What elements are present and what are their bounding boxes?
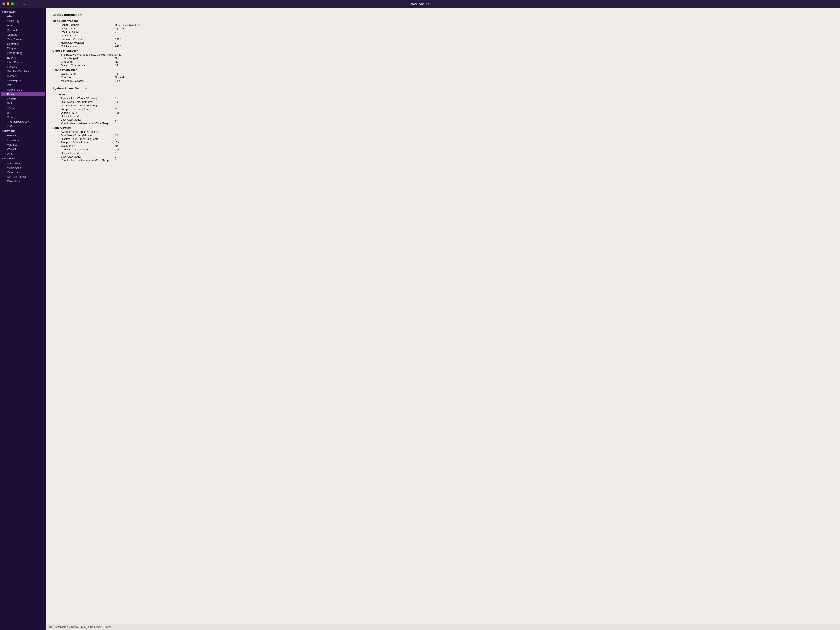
- sidebar-item-printers[interactable]: Printers: [1, 97, 45, 101]
- bp-wake-lan-row: Wake on LAN: No: [52, 144, 833, 148]
- sidebar-item-wifi[interactable]: Wi-Fi: [1, 152, 45, 156]
- hardware-rev-value: 1: [115, 41, 117, 44]
- sidebar-item-camera[interactable]: Camera: [1, 33, 45, 37]
- sidebar-item-memory[interactable]: Memory: [1, 74, 45, 78]
- sidebar-item-audio[interactable]: Audio: [1, 23, 45, 28]
- bp-sleep-power-btn-value: Yes: [115, 141, 119, 144]
- sidebar-item-ata[interactable]: ATA: [1, 14, 45, 19]
- minimize-button[interactable]: [7, 3, 9, 5]
- bp-low-power-value: 1: [115, 155, 117, 158]
- titlebar: core-ba release-. MacBook Pro: [0, 0, 840, 8]
- software-section-header[interactable]: ▾ Software: [0, 156, 46, 161]
- detail-content: Battery Information: Model Information: …: [46, 8, 840, 624]
- bp-disk-sleep-value: 10: [115, 134, 118, 137]
- sidebar-item-graphics-displays[interactable]: Graphics/Displays: [1, 69, 45, 74]
- breadcrumb-text: Kamoliddin's MacBook Pro (3) > Hardware …: [54, 625, 111, 628]
- sidebar-item-diagnostics[interactable]: Diagnostics: [1, 46, 45, 51]
- pcb-lot-value: 0: [115, 34, 117, 37]
- sidebar-item-sata[interactable]: SATA: [1, 106, 45, 110]
- sidebar-item-volumes[interactable]: Volumes: [1, 142, 45, 147]
- ac-sleep-power-btn-row: Sleep on Power Button: Yes: [52, 107, 833, 111]
- below-warning-value: No: [118, 53, 121, 56]
- cell-rev-label: Cell Revision:: [52, 44, 115, 48]
- sidebar-item-apple-pay[interactable]: Apple Pay: [1, 19, 45, 23]
- sidebar-item-spi[interactable]: SPI: [1, 111, 45, 115]
- sidebar-item-fibre-channel[interactable]: Fibre Channel: [1, 60, 45, 65]
- hardware-rev-label: Hardware Revision:: [52, 41, 115, 44]
- sidebar-item-pci[interactable]: PCI: [1, 83, 45, 87]
- ac-wake-lan-row: Wake on LAN: Yes: [52, 111, 833, 114]
- hardware-rev-row: Hardware Revision: 1: [52, 41, 833, 44]
- condition-label: Condition:: [52, 76, 115, 79]
- bp-prioritize-label: PrioritizeNetworkReachabilityOverSleep:: [52, 158, 115, 162]
- sidebar-item-usb[interactable]: USB: [1, 124, 45, 128]
- sidebar-item-developer[interactable]: Developer: [1, 170, 45, 174]
- firmware-label: Firmware Version:: [52, 38, 115, 41]
- sidebar-item-bluetooth[interactable]: Bluetooth: [1, 28, 45, 32]
- main-content: ▾ Hardware ATA Apple Pay Audio Bluetooth…: [0, 8, 840, 630]
- condition-value: Normal: [115, 76, 124, 79]
- fully-charged-label: Fully Charged:: [52, 57, 115, 60]
- ac-low-power-label: LowPowerMode:: [52, 118, 115, 121]
- battery-power-header: Battery Power:: [52, 126, 833, 129]
- close-button[interactable]: [3, 3, 5, 5]
- sidebar-item-firewire[interactable]: FireWire: [1, 65, 45, 69]
- sidebar-item-firewall[interactable]: Firewall: [1, 133, 45, 138]
- sidebar-item-applications[interactable]: Applications: [1, 166, 45, 170]
- sidebar-item-wwan[interactable]: WWAN: [1, 147, 45, 152]
- ac-wake-lan-value: Yes: [115, 111, 119, 114]
- pcb-lot-label: PCB Lot Code:: [52, 34, 115, 37]
- sidebar-item-parallel-scsi[interactable]: Parallel SCSI: [1, 87, 45, 92]
- max-capacity-label: Maximum Capacity:: [52, 79, 115, 82]
- bp-system-sleep-row: System Sleep Timer (Minutes): 1: [52, 130, 833, 134]
- sidebar-item-controller[interactable]: Controller: [1, 42, 45, 46]
- bp-wake-lan-value: No: [115, 144, 118, 147]
- bp-disk-sleep-row: Disk Sleep Timer (Minutes): 10: [52, 134, 833, 137]
- hardware-chevron: ▾: [2, 11, 3, 13]
- sidebar-item-thunderbolt[interactable]: Thunderbolt/USB4: [1, 120, 45, 124]
- sidebar-item-accessibility[interactable]: Accessibility: [1, 161, 45, 165]
- power-settings-title: System Power Settings:: [52, 87, 833, 90]
- sidebar-item-locations[interactable]: Locations: [1, 138, 45, 142]
- device-name-row: Device Name: bq20z451: [52, 27, 833, 30]
- sidebar-item-disc-burning[interactable]: Disc Burning: [1, 51, 45, 55]
- sidebar-item-extensions[interactable]: Extensions: [1, 179, 45, 183]
- sidebar-item-power[interactable]: Power: [1, 92, 45, 96]
- pack-lot-label: Pack Lot Code:: [52, 30, 115, 33]
- ac-display-sleep-value: 0: [115, 104, 117, 107]
- bp-hibernate-row: Hibernate Mode: 3: [52, 151, 833, 155]
- ac-prioritize-value: 0: [115, 122, 117, 125]
- app-window: core-ba release-. MacBook Pro ▾ Hardware…: [0, 0, 840, 630]
- hardware-section-header[interactable]: ▾ Hardware: [0, 9, 46, 14]
- bp-system-sleep-value: 1: [115, 130, 117, 133]
- below-warning-row: The battery's charge is below the warnin…: [52, 53, 833, 57]
- sidebar-item-ethernet[interactable]: Ethernet: [1, 55, 45, 60]
- sidebar-item-storage[interactable]: Storage: [1, 115, 45, 119]
- bp-display-sleep-value: 0: [115, 137, 117, 141]
- ac-system-sleep-row: System Sleep Timer (Minutes): 1: [52, 97, 833, 100]
- bp-sleep-power-btn-label: Sleep on Power Button:: [52, 141, 115, 144]
- sidebar-item-disabled-software[interactable]: Disabled Software: [1, 175, 45, 179]
- sidebar-item-card-reader[interactable]: Card Reader: [1, 37, 45, 41]
- ac-power-header: AC Power:: [52, 93, 833, 96]
- network-section-label: Network: [4, 129, 14, 133]
- bp-current-source-row: Current Power Source: Yes: [52, 148, 833, 151]
- bp-current-source-label: Current Power Source:: [52, 148, 115, 151]
- ac-display-sleep-row: Display Sleep Timer (Minutes): 0: [52, 104, 833, 107]
- window-title: MacBook Pro: [411, 2, 429, 6]
- sidebar-item-sas[interactable]: SAS: [1, 101, 45, 106]
- network-chevron: ▾: [2, 130, 3, 132]
- cycle-count-row: Cycle Count: 191: [52, 72, 833, 76]
- condition-row: Condition: Normal: [52, 76, 833, 79]
- charge-info-group: Charge Information: The battery's charge…: [52, 49, 833, 67]
- network-section-header[interactable]: ▾ Network: [0, 129, 46, 133]
- serial-number-label: Serial Number:: [52, 23, 115, 27]
- bp-hibernate-value: 3: [115, 152, 117, 155]
- bp-current-source-value: Yes: [115, 148, 119, 151]
- ac-power-group: AC Power: System Sleep Timer (Minutes): …: [52, 93, 833, 125]
- charging-value: No: [115, 60, 118, 63]
- sidebar-item-nvmexpress[interactable]: NVMExpress: [1, 78, 45, 83]
- ac-hibernate-row: Hibernate Mode: 3: [52, 114, 833, 118]
- max-capacity-value: 88%: [115, 79, 120, 82]
- software-chevron: ▾: [2, 157, 3, 159]
